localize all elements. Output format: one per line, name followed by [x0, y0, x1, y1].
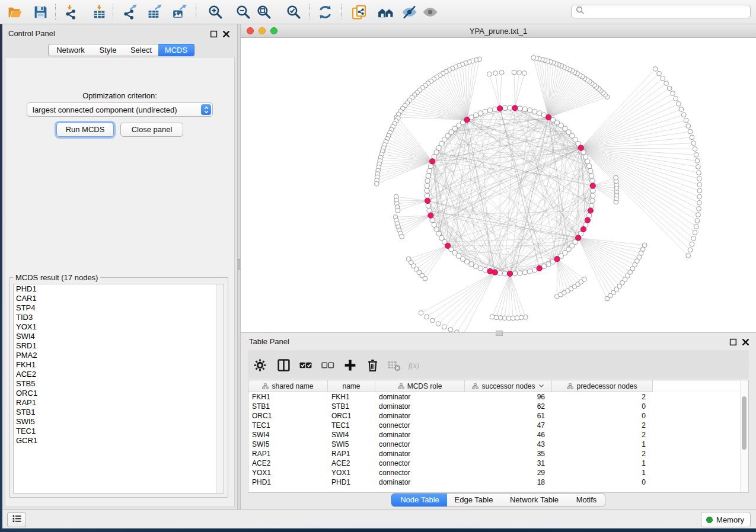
network-graph[interactable]: [241, 38, 756, 332]
cell-name[interactable]: YOX1: [331, 468, 374, 477]
zoom-fit-button[interactable]: [255, 3, 273, 21]
cell-name[interactable]: RAP1: [331, 449, 374, 459]
cell-name[interactable]: SWI4: [331, 430, 374, 440]
show-all-button[interactable]: [421, 3, 439, 21]
table-row-ORC1[interactable]: ORC1ORC1dominator610: [248, 411, 735, 421]
table-row-RAP1[interactable]: RAP1RAP1dominator352: [248, 449, 735, 459]
column-header-predecessor-nodes[interactable]: predecessor nodes: [552, 380, 653, 392]
zoom-out-button[interactable]: [234, 3, 252, 21]
control-panel-close-button[interactable]: [222, 30, 230, 37]
cell-predecessor-nodes[interactable]: 2: [552, 421, 646, 430]
cell-shared-name[interactable]: ORC1: [252, 411, 327, 421]
tab-network[interactable]: Network: [48, 44, 93, 56]
cell-shared-name[interactable]: YOX1: [252, 468, 327, 477]
cell-predecessor-nodes[interactable]: 1: [552, 440, 646, 449]
table-panel-resize-handle[interactable]: [496, 331, 503, 336]
mcds-result-node[interactable]: STB1: [14, 408, 224, 417]
cell-successor-nodes[interactable]: 47: [465, 421, 545, 430]
cell-MCDS-role[interactable]: connector: [379, 421, 464, 430]
table-row-FKH1[interactable]: FKH1FKH1dominator962: [248, 392, 735, 402]
table-panel-float-button[interactable]: [729, 338, 737, 345]
table-row-SWI4[interactable]: SWI4SWI4dominator462: [248, 430, 735, 440]
criterion-select[interactable]: largest connected component (undirected): [27, 102, 213, 117]
save-session-button[interactable]: [31, 3, 49, 21]
cell-MCDS-role[interactable]: dominator: [379, 430, 464, 440]
show-panels-button[interactable]: [7, 512, 26, 527]
mcds-result-node[interactable]: SWI5: [14, 417, 224, 427]
cell-MCDS-role[interactable]: dominator: [379, 449, 464, 459]
close-panel-button[interactable]: Close panel: [120, 123, 183, 137]
cell-predecessor-nodes[interactable]: 2: [552, 430, 646, 440]
mcds-list-scrollbar[interactable]: [216, 284, 224, 493]
cell-shared-name[interactable]: RAP1: [252, 449, 327, 459]
memory-button[interactable]: Memory: [701, 512, 751, 527]
table-row-YOX1[interactable]: YOX1YOX1connector291: [248, 468, 735, 477]
zoom-in-button[interactable]: [206, 3, 224, 21]
open-file-button[interactable]: [6, 3, 24, 21]
cell-predecessor-nodes[interactable]: 0: [552, 411, 646, 421]
cell-predecessor-nodes[interactable]: 0: [552, 477, 646, 487]
column-header-name[interactable]: name: [328, 380, 375, 392]
tab-select[interactable]: Select: [124, 44, 159, 56]
cell-successor-nodes[interactable]: 61: [465, 411, 545, 421]
cell-shared-name[interactable]: TEC1: [252, 421, 327, 430]
cell-shared-name[interactable]: SWI4: [252, 430, 327, 440]
cell-successor-nodes[interactable]: 29: [465, 468, 545, 477]
mcds-result-node[interactable]: GCR1: [14, 436, 224, 446]
cell-predecessor-nodes[interactable]: 2: [552, 392, 646, 402]
tab-motifs[interactable]: Motifs: [568, 493, 605, 507]
tab-style[interactable]: Style: [92, 44, 125, 56]
refresh-view-button[interactable]: [316, 3, 334, 21]
tab-mcds[interactable]: MCDS: [158, 44, 194, 56]
column-header-shared-name[interactable]: shared name: [248, 380, 328, 392]
search-input[interactable]: [588, 6, 750, 18]
cell-MCDS-role[interactable]: dominator: [379, 411, 464, 421]
table-row-PHD1[interactable]: PHD1PHD1dominator180: [248, 477, 735, 487]
cell-predecessor-nodes[interactable]: 2: [552, 449, 646, 459]
control-panel-float-button[interactable]: [210, 30, 218, 37]
mcds-result-node[interactable]: TEC1: [14, 427, 224, 436]
table-scrollbar[interactable]: [740, 381, 748, 492]
cell-name[interactable]: SWI5: [331, 440, 374, 449]
export-network-button[interactable]: [120, 3, 138, 21]
cell-name[interactable]: PHD1: [331, 477, 374, 487]
mcds-result-node[interactable]: STP4: [14, 303, 224, 313]
export-table-button[interactable]: [145, 3, 163, 21]
table-row-SWI5[interactable]: SWI5SWI5connector431: [248, 440, 735, 449]
cell-MCDS-role[interactable]: connector: [379, 440, 464, 449]
cell-MCDS-role[interactable]: dominator: [379, 477, 464, 487]
mcds-result-node[interactable]: RAP1: [14, 398, 224, 408]
cell-name[interactable]: TEC1: [331, 421, 374, 430]
mcds-result-node[interactable]: SWI4: [14, 332, 224, 341]
network-canvas[interactable]: [241, 38, 756, 332]
export-image-button[interactable]: [170, 3, 188, 21]
mcds-result-node[interactable]: ACE2: [14, 370, 224, 379]
mcds-result-node[interactable]: PHD1: [14, 284, 224, 294]
cell-name[interactable]: FKH1: [331, 392, 374, 402]
cell-successor-nodes[interactable]: 18: [465, 477, 545, 487]
column-header-MCDS-role[interactable]: MCDS role: [375, 380, 465, 392]
tab-node-table[interactable]: Node Table: [391, 493, 448, 507]
cell-shared-name[interactable]: STB1: [252, 402, 327, 411]
import-network-button[interactable]: [62, 3, 80, 21]
table-scrollbar-thumb[interactable]: [742, 396, 747, 450]
mcds-result-node[interactable]: CAR1: [14, 294, 224, 303]
cell-successor-nodes[interactable]: 35: [465, 449, 545, 459]
node-table[interactable]: shared namenameMCDS rolesuccessor nodesp…: [248, 380, 749, 493]
deselect-all-button[interactable]: [320, 357, 335, 373]
mcds-result-node[interactable]: FKH1: [14, 360, 224, 370]
tab-network-table[interactable]: Network Table: [500, 493, 569, 507]
settings-button[interactable]: [252, 357, 267, 373]
cell-shared-name[interactable]: FKH1: [252, 392, 327, 402]
add-entry-button[interactable]: [342, 357, 358, 373]
cell-predecessor-nodes[interactable]: 1: [552, 468, 646, 477]
table-panel-close-button[interactable]: [742, 338, 749, 345]
cell-successor-nodes[interactable]: 31: [465, 459, 545, 468]
cell-shared-name[interactable]: SWI5: [252, 440, 327, 449]
cell-successor-nodes[interactable]: 43: [465, 440, 545, 449]
cell-name[interactable]: ACE2: [331, 459, 374, 468]
cell-successor-nodes[interactable]: 96: [465, 392, 545, 402]
run-mcds-button[interactable]: Run MCDS: [56, 123, 114, 137]
cell-MCDS-role[interactable]: connector: [379, 459, 464, 468]
cell-successor-nodes[interactable]: 62: [465, 402, 545, 411]
